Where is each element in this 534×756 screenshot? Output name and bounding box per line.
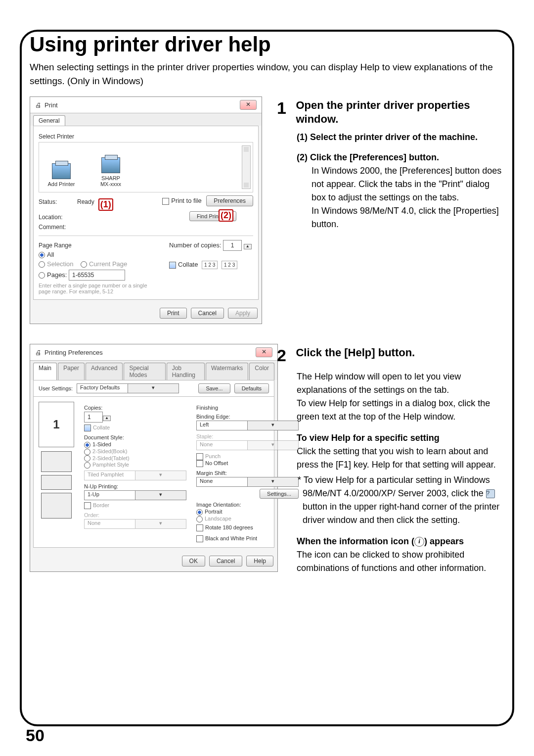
copies-input[interactable]: 1 [84, 412, 103, 423]
chevron-down-icon: ▾ [135, 491, 186, 500]
printer-name: SHARP [101, 175, 120, 181]
radio-current[interactable] [81, 261, 87, 268]
callout-2: (2) [219, 209, 233, 222]
ds-label: Pamphlet Style [92, 462, 129, 468]
tab-paper[interactable]: Paper [58, 363, 85, 380]
substep-text: In Windows 98/Me/NT 4.0, click the [Prop… [312, 206, 499, 229]
spin-up-icon[interactable]: ▲ [103, 416, 111, 421]
info-icon: i [414, 537, 424, 547]
copies-input[interactable]: 1 [223, 240, 242, 251]
page-preview-icon: 1 [39, 402, 74, 447]
ds-label: 2-Sided(Tablet) [92, 455, 130, 461]
tab-advanced[interactable]: Advanced [86, 363, 123, 380]
print-dialog: 🖨 Print ✕ General Select Printer Add Pri… [30, 96, 262, 324]
step-title: Open the printer driver properties windo… [296, 98, 503, 126]
collate-checkbox[interactable] [84, 425, 91, 431]
status-value: Ready [77, 198, 94, 211]
close-icon[interactable]: ✕ [256, 347, 272, 357]
docstyle-label: Document Style: [84, 434, 186, 440]
portrait-label: Portrait [205, 509, 222, 515]
printer-icon [101, 157, 120, 173]
page-number: 50 [26, 726, 44, 745]
print-to-file-label: Print to file [171, 197, 201, 204]
close-icon[interactable]: ✕ [240, 100, 257, 110]
punch-checkbox[interactable] [196, 453, 203, 460]
all-label: All [47, 251, 54, 258]
printer-icon [52, 163, 71, 179]
pages-input[interactable]: 1-65535 [69, 270, 125, 281]
substep-number: (1) [297, 132, 308, 142]
tray-preview-icon [41, 451, 72, 472]
tab-watermarks[interactable]: Watermarks [206, 363, 248, 380]
step-text: To view Help for settings in a dialog bo… [297, 398, 490, 422]
border-checkbox[interactable] [84, 502, 91, 509]
landscape-label: Landscape [205, 516, 231, 521]
tab-main[interactable]: Main [33, 363, 57, 380]
dialog-title: Printing Preferences [44, 349, 103, 356]
spin-up-icon[interactable]: ▲ [244, 244, 252, 249]
substep-title: Select the printer driver of the machine… [310, 132, 478, 142]
radio-selection[interactable] [39, 261, 45, 268]
radio-pamphlet[interactable] [84, 462, 90, 469]
bw-checkbox[interactable] [196, 535, 203, 542]
copies-label: Copies: [84, 405, 186, 411]
rotate-label: Rotate 180 degrees [205, 524, 253, 530]
printer-item[interactable]: SHARP MX-xxxx [93, 157, 128, 187]
user-settings-select[interactable]: Factory Defaults▾ [77, 383, 179, 393]
subsection-title: ) appears [424, 536, 464, 546]
pages-hint: Enter either a single page number or a s… [39, 283, 147, 294]
intro-text: When selecting settings in the printer d… [30, 60, 504, 88]
selection-label: Selection [47, 260, 73, 268]
radio-pages[interactable] [39, 272, 45, 279]
nup-select[interactable]: 1-Up▾ [84, 490, 186, 500]
current-page-label: Current Page [89, 260, 127, 268]
cancel-button[interactable]: Cancel [191, 308, 224, 319]
radio-portrait[interactable] [196, 509, 203, 516]
tiled-pamphlet-select: Tiled Pamphlet▾ [84, 471, 186, 480]
substep-title: Click the [Preferences] button. [310, 152, 439, 162]
callout-1: (1) [98, 198, 113, 211]
tab-special[interactable]: Special Modes [124, 363, 165, 380]
tab-color[interactable]: Color [249, 363, 274, 380]
copies-label: Number of copies: [169, 241, 222, 249]
substep-text: In Windows 2000, the [Preferences] butto… [312, 166, 501, 202]
select-printer-label: Select Printer [39, 133, 253, 140]
scrollbar[interactable] [242, 145, 251, 189]
pages-label: Pages: [47, 271, 67, 279]
collate-label: Collate [93, 425, 110, 430]
collate-icon: 1 2 3 [202, 261, 218, 269]
cancel-button[interactable]: Cancel [209, 556, 242, 567]
radio-2sided-tablet[interactable] [84, 455, 90, 462]
step-text: The icon can be clicked to show prohibit… [297, 550, 486, 573]
preferences-button[interactable]: Preferences [206, 195, 253, 206]
collate-checkbox[interactable] [169, 262, 176, 269]
rotate-checkbox[interactable] [196, 524, 203, 531]
apply-button[interactable]: Apply [228, 308, 258, 319]
defaults-button[interactable]: Defaults [234, 383, 269, 393]
radio-landscape[interactable] [196, 516, 203, 522]
radio-2sided-book[interactable] [84, 449, 90, 455]
save-button[interactable]: Save... [198, 383, 230, 393]
step-number: 2 [277, 346, 294, 365]
tab-job[interactable]: Job Handling [167, 363, 205, 380]
ok-button[interactable]: OK [182, 556, 205, 567]
print-button[interactable]: Print [160, 308, 187, 319]
ds-label: 2-Sided(Book) [92, 448, 127, 454]
add-printer-item[interactable]: Add Printer [44, 163, 79, 187]
step-text: To view Help for a particular setting in… [303, 475, 490, 498]
user-settings-label: User Settings: [39, 385, 73, 391]
subsection-title: When the information icon ( [297, 536, 414, 546]
step-text: button in the upper right-hand corner of… [303, 502, 499, 525]
dialog-title: Print [44, 101, 58, 109]
help-button[interactable]: Help [246, 556, 273, 567]
nooffset-checkbox[interactable] [196, 460, 203, 467]
comment-label: Comment: [39, 224, 73, 231]
location-label: Location: [39, 214, 73, 221]
tab-general[interactable]: General [33, 115, 65, 126]
print-to-file-checkbox[interactable] [162, 198, 169, 205]
punch-label: Punch [205, 453, 221, 459]
printer-icon: 🖨 [35, 101, 42, 109]
chevron-down-icon: ▾ [128, 384, 178, 393]
radio-all[interactable] [39, 252, 45, 258]
radio-1sided[interactable] [84, 442, 90, 448]
